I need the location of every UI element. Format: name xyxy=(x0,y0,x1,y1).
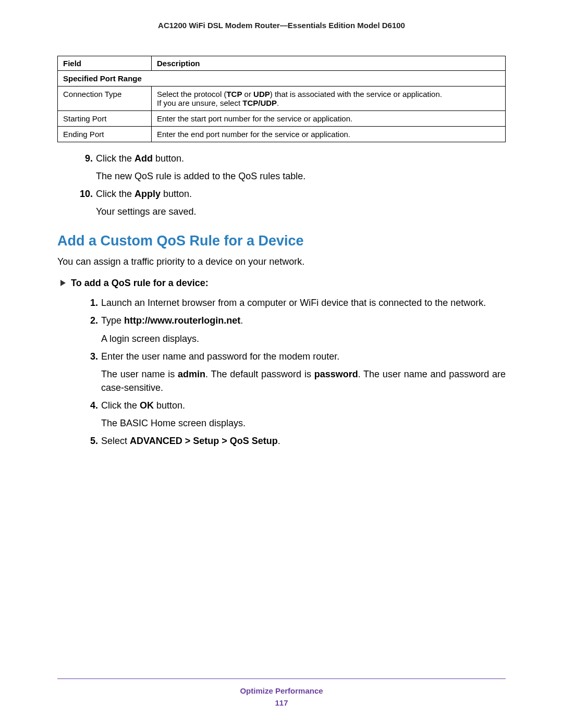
table-row: Connection Type Select the protocol (TCP… xyxy=(58,87,506,111)
text: Click the xyxy=(96,153,134,164)
page-title: AC1200 WiFi DSL Modem Router—Essentials … xyxy=(57,21,506,30)
cell-field: Starting Port xyxy=(58,111,152,127)
text: . xyxy=(278,436,280,446)
step-number: 5. xyxy=(83,434,98,448)
text-bold: password xyxy=(314,369,358,379)
step-body: Click the OK button. The BASIC Home scre… xyxy=(101,399,506,430)
proc-step-4: 4. Click the OK button. The BASIC Home s… xyxy=(83,399,506,430)
steps-continued: 9. Click the Add button. The new QoS rul… xyxy=(78,152,506,218)
proc-step-5: 5. Select ADVANCED > Setup > QoS Setup. xyxy=(83,434,506,448)
step-follow: The user name is admin. The default pass… xyxy=(101,367,506,394)
footer-page-number: 117 xyxy=(57,698,506,707)
step-body: Launch an Internet browser from a comput… xyxy=(101,296,506,310)
text: ) that is associated with the service or… xyxy=(270,90,442,98)
footer-section-name: Optimize Performance xyxy=(57,686,506,695)
procedure-heading: To add a QoS rule for a device: xyxy=(60,278,506,289)
step-10: 10. Click the Apply button. Your setting… xyxy=(78,187,506,218)
text: . The default password is xyxy=(205,369,314,379)
text: Select xyxy=(101,436,130,446)
text: or xyxy=(242,90,253,98)
cell-field: Ending Port xyxy=(58,127,152,142)
step-body: Click the Apply button. Your settings ar… xyxy=(96,187,506,218)
text: Click the xyxy=(96,189,134,199)
table-header-row: Field Description xyxy=(58,56,506,71)
section-heading: Add a Custom QoS Rule for a Device xyxy=(57,233,506,249)
table-row: Ending Port Enter the end port number fo… xyxy=(58,127,506,142)
text: button. xyxy=(154,400,185,411)
procedure-label: To add a QoS rule for a device: xyxy=(71,278,209,288)
cell-desc: Enter the start port number for the serv… xyxy=(152,111,506,127)
cell-desc: Enter the end port number for the servic… xyxy=(152,127,506,142)
th-field: Field xyxy=(58,56,152,71)
th-description: Description xyxy=(152,56,506,71)
text: The user name is xyxy=(101,369,178,379)
cell-field: Connection Type xyxy=(58,87,152,111)
text-bold: TCP xyxy=(226,90,242,98)
step-follow: The new QoS rule is added to the QoS rul… xyxy=(96,169,506,183)
text: Type xyxy=(101,315,124,326)
step-number: 4. xyxy=(83,399,98,430)
text: Enter the user name and password for the… xyxy=(101,351,339,362)
document-page: AC1200 WiFi DSL Modem Router—Essentials … xyxy=(0,0,563,448)
table-subheading-row: Specified Port Range xyxy=(58,71,506,87)
step-9: 9. Click the Add button. The new QoS rul… xyxy=(78,152,506,183)
section-intro: You can assign a traffic priority to a d… xyxy=(57,256,506,267)
text-bold: Add xyxy=(134,153,153,164)
step-number: 2. xyxy=(83,314,98,345)
field-description-table: Field Description Specified Port Range C… xyxy=(57,56,506,142)
text-bold: http://www.routerlogin.net xyxy=(124,315,240,326)
page-footer: Optimize Performance 117 xyxy=(57,678,506,707)
step-number: 3. xyxy=(83,350,98,394)
cell-desc: Select the protocol (TCP or UDP) that is… xyxy=(152,87,506,111)
text-bold: TCP/UDP xyxy=(242,98,277,107)
text: . xyxy=(240,315,243,326)
step-follow: The BASIC Home screen displays. xyxy=(101,416,506,430)
step-body: Type http://www.routerlogin.net. A login… xyxy=(101,314,506,345)
text-bold: OK xyxy=(140,400,154,411)
text: Select the protocol ( xyxy=(157,90,226,98)
text-bold: UDP xyxy=(253,90,270,98)
table-row: Starting Port Enter the start port numbe… xyxy=(58,111,506,127)
step-body: Enter the user name and password for the… xyxy=(101,350,506,394)
proc-step-1: 1. Launch an Internet browser from a com… xyxy=(83,296,506,310)
step-follow: A login screen displays. xyxy=(101,332,506,346)
procedure-steps: 1. Launch an Internet browser from a com… xyxy=(83,296,506,448)
proc-step-3: 3. Enter the user name and password for … xyxy=(83,350,506,394)
step-number: 10. xyxy=(78,187,93,218)
text: . xyxy=(277,98,279,107)
proc-step-2: 2. Type http://www.routerlogin.net. A lo… xyxy=(83,314,506,345)
text-bold: Apply xyxy=(134,189,161,199)
step-number: 9. xyxy=(78,152,93,183)
step-number: 1. xyxy=(83,296,98,310)
step-body: Click the Add button. The new QoS rule i… xyxy=(96,152,506,183)
step-body: Select ADVANCED > Setup > QoS Setup. xyxy=(101,434,506,448)
text-bold: ADVANCED > Setup > QoS Setup xyxy=(130,436,278,446)
text-bold: admin xyxy=(178,369,205,379)
text: button. xyxy=(161,189,192,199)
text: If you are unsure, select xyxy=(157,98,242,107)
chevron-right-icon xyxy=(60,280,66,286)
text: button. xyxy=(153,153,184,164)
subhead-cell: Specified Port Range xyxy=(58,71,506,87)
step-follow: Your settings are saved. xyxy=(96,205,506,218)
text: Click the xyxy=(101,400,140,411)
